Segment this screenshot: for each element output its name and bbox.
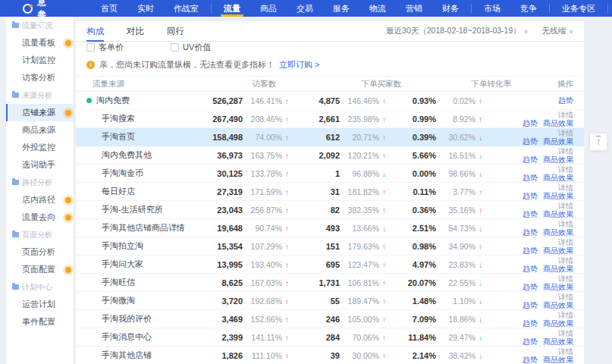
- product-effect-link[interactable]: 商品效果: [543, 283, 573, 291]
- source-name-cell[interactable]: 手淘首页: [86, 131, 208, 143]
- trend-link[interactable]: 趋势: [523, 319, 538, 328]
- trend-link[interactable]: 趋势: [523, 210, 538, 218]
- trend-link[interactable]: 趋势: [523, 301, 538, 309]
- sidebar-item-shop-source[interactable]: 店铺来源: [6, 104, 74, 121]
- nav-item-home[interactable]: 首页: [91, 0, 127, 17]
- source-name-cell[interactable]: 手淘我的评价: [86, 313, 208, 325]
- back-to-top-button[interactable]: ↑: [589, 133, 607, 151]
- product-effect-link[interactable]: 商品效果: [543, 174, 573, 182]
- sidebar-item-page-config[interactable]: 页面配置: [6, 261, 74, 278]
- product-effect-link[interactable]: 商品效果: [543, 301, 573, 309]
- checkbox-box[interactable]: [86, 43, 95, 52]
- product-effect-link[interactable]: 商品效果: [543, 228, 573, 237]
- detail-link[interactable]: 详情: [558, 329, 573, 337]
- sidebar-item-word-helper[interactable]: 选词助手: [6, 156, 74, 174]
- date-range-selector[interactable]: 最近30天（2018-02-18~2018-03-19） ∨: [386, 26, 529, 36]
- detail-link[interactable]: 详情: [558, 256, 573, 265]
- source-name-cell[interactable]: 每日好店: [86, 186, 208, 197]
- tab-peers[interactable]: 同行: [167, 21, 184, 41]
- metric-change-pct: 8.92%: [441, 115, 475, 124]
- sidebar-item-traffic-dashboard[interactable]: 流量看板: [6, 34, 74, 52]
- product-effect-link[interactable]: 商品效果: [543, 192, 573, 200]
- metric-value: 13,995: [217, 260, 243, 269]
- source-name-cell[interactable]: 手淘其他店铺: [86, 350, 208, 361]
- sidebar-item-instore-path[interactable]: 店内路径: [6, 191, 74, 209]
- trend-link[interactable]: 趋势: [523, 337, 538, 346]
- detail-link[interactable]: 详情: [558, 184, 573, 192]
- detail-link[interactable]: 详情: [558, 275, 573, 283]
- nav-item-war-room[interactable]: 作战室: [164, 0, 209, 17]
- source-name-cell[interactable]: 手淘问大家: [86, 259, 208, 270]
- source-name-cell[interactable]: 手淘其他店铺商品详情: [86, 222, 208, 234]
- product-effect-link[interactable]: 商品效果: [543, 356, 573, 364]
- trend-link[interactable]: 趋势: [523, 356, 538, 364]
- nav-item-business-zone[interactable]: 业务专区: [552, 0, 605, 17]
- source-name-cell[interactable]: 手淘微淘: [86, 295, 208, 306]
- product-effect-link[interactable]: 商品效果: [543, 155, 573, 164]
- source-name-cell[interactable]: 手淘-生活研究所: [86, 204, 208, 215]
- terminal-selector[interactable]: 无线端 ∨: [542, 26, 573, 36]
- trend-link[interactable]: 趋势: [523, 265, 538, 273]
- sidebar-item-event-config[interactable]: 事件配置: [6, 313, 74, 331]
- trend-link[interactable]: 趋势: [523, 246, 538, 255]
- nav-item-realtime[interactable]: 实时: [127, 0, 164, 17]
- sidebar-item-external-monitor[interactable]: 外投监控: [6, 139, 74, 156]
- trend-link[interactable]: 趋势: [523, 119, 538, 127]
- trend-link[interactable]: 趋势: [523, 283, 538, 291]
- trend-link[interactable]: 趋势: [558, 96, 573, 105]
- source-name-cell[interactable]: 手淘淘金币: [86, 168, 208, 179]
- checkbox-unit-price[interactable]: 客单价: [86, 42, 124, 53]
- table-row: 手淘其他店铺1,826111.10%↑3930.00%↑2.14%38.42%↓…: [76, 347, 584, 364]
- detail-link[interactable]: 详情: [558, 311, 573, 319]
- sidebar-item-product-source[interactable]: 商品来源: [6, 121, 74, 139]
- sidebar-item-visitor-analysis[interactable]: 访客分析: [6, 69, 74, 86]
- nav-item-market[interactable]: 市场: [474, 0, 510, 17]
- product-effect-link[interactable]: 商品效果: [543, 337, 573, 346]
- nav-item-traffic[interactable]: 流量: [214, 0, 250, 17]
- trend-link[interactable]: 趋势: [523, 137, 538, 146]
- source-name-cell[interactable]: 手淘旺信: [86, 277, 208, 288]
- product-effect-link[interactable]: 商品效果: [543, 319, 573, 328]
- nav-item-trade[interactable]: 交易: [287, 0, 323, 17]
- product-effect-link[interactable]: 商品效果: [543, 246, 573, 255]
- detail-link[interactable]: 详情: [558, 347, 573, 356]
- checkbox-uv-value[interactable]: UV价值: [171, 42, 211, 53]
- trend-link[interactable]: 趋势: [523, 192, 538, 200]
- nav-item-product[interactable]: 商品: [250, 0, 287, 17]
- nav-item-competition[interactable]: 竞争: [510, 0, 547, 17]
- detail-link[interactable]: 详情: [558, 111, 573, 119]
- app-logo[interactable]: 生意参谋: [0, 0, 47, 17]
- trend-link[interactable]: 趋势: [523, 228, 538, 237]
- trend-link[interactable]: 趋势: [523, 174, 538, 182]
- source-name-cell[interactable]: 淘内免费其他: [86, 149, 208, 161]
- tab-composition[interactable]: 构成: [86, 21, 104, 41]
- product-effect-link[interactable]: 商品效果: [543, 265, 573, 273]
- source-name-cell[interactable]: 手淘搜索: [86, 113, 208, 124]
- nav-item-service[interactable]: 服务: [323, 0, 359, 17]
- source-name-cell[interactable]: 手淘消息中心: [86, 331, 208, 343]
- sidebar-item-operation-plan[interactable]: 运营计划: [6, 296, 74, 313]
- detail-link[interactable]: 详情: [558, 293, 573, 301]
- detail-link[interactable]: 详情: [558, 129, 573, 137]
- product-effect-link[interactable]: 商品效果: [543, 210, 573, 218]
- action-line: 趋势商品效果: [523, 265, 573, 273]
- source-name-cell[interactable]: 淘内免费: [86, 95, 208, 106]
- tab-compare[interactable]: 对比: [127, 21, 144, 41]
- sidebar-item-traffic-destination[interactable]: 流量去向: [6, 209, 74, 226]
- sidebar-item-plan-monitor[interactable]: 计划监控: [6, 52, 74, 69]
- product-effect-link[interactable]: 商品效果: [543, 137, 573, 146]
- detail-link[interactable]: 详情: [558, 220, 573, 228]
- nav-item-logistics[interactable]: 物流: [359, 0, 396, 17]
- checkbox-box[interactable]: [171, 43, 179, 52]
- detail-link[interactable]: 详情: [558, 202, 573, 210]
- trend-link[interactable]: 趋势: [523, 155, 538, 164]
- source-name-cell[interactable]: 手淘拍立淘: [86, 240, 208, 252]
- nav-item-marketing[interactable]: 营销: [396, 0, 432, 17]
- nav-item-finance[interactable]: 财务: [432, 0, 469, 17]
- detail-link[interactable]: 详情: [558, 165, 573, 174]
- detail-link[interactable]: 详情: [558, 147, 573, 155]
- sidebar-item-page-analysis[interactable]: 页面分析: [6, 243, 74, 261]
- detail-link[interactable]: 详情: [558, 238, 573, 246]
- subscribe-link[interactable]: 立即订购 >: [279, 59, 319, 71]
- product-effect-link[interactable]: 商品效果: [543, 119, 573, 127]
